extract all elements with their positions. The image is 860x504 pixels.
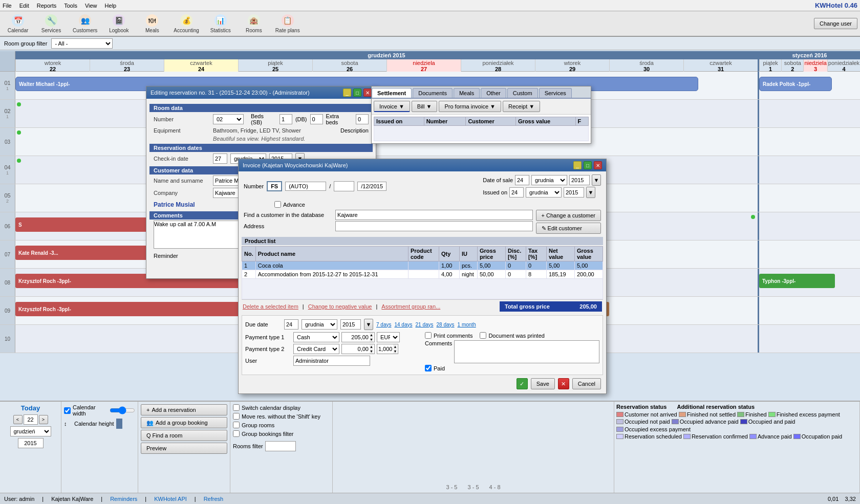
28days-link[interactable]: 28 days — [437, 322, 455, 327]
number-mid-input[interactable] — [334, 181, 354, 191]
address-input[interactable] — [335, 221, 533, 231]
add-reservation-button[interactable]: + Add a reservation — [141, 404, 227, 415]
invoice-close-btn[interactable]: ✕ — [594, 161, 602, 169]
group-rooms-checkbox[interactable] — [233, 422, 240, 428]
db-input[interactable] — [310, 114, 323, 124]
day-prev-btn[interactable]: < — [13, 415, 23, 424]
res-s-06[interactable]: S — [15, 217, 149, 232]
proforma-type-btn[interactable]: Pro forma invoice ▼ — [439, 101, 501, 112]
menu-help[interactable]: Help — [105, 3, 117, 9]
menu-edit[interactable]: Edit — [19, 3, 29, 9]
advance-checkbox[interactable] — [274, 201, 281, 208]
tab-other[interactable]: Other — [481, 88, 506, 98]
res-minimize-btn[interactable]: _ — [343, 89, 351, 97]
res-maximize-btn[interactable]: □ — [353, 89, 361, 97]
date-day-input[interactable] — [515, 175, 529, 185]
payment2-select[interactable]: Credit Card — [293, 344, 339, 354]
user-input[interactable] — [293, 356, 370, 366]
rooms-filter-input[interactable] — [265, 441, 296, 451]
1month-link[interactable]: 1 month — [458, 322, 476, 327]
menu-file[interactable]: File — [3, 3, 12, 9]
status-reminders[interactable]: Reminders — [110, 496, 137, 502]
status-refresh[interactable]: Refresh — [204, 496, 224, 502]
print-comments-checkbox[interactable] — [425, 332, 432, 339]
invoice-cancel-btn[interactable]: Cancel — [572, 378, 601, 389]
day-input[interactable] — [24, 414, 38, 425]
payment1-down-btn[interactable]: ▼ — [370, 337, 373, 342]
toolbar-rooms[interactable]: 🏨 Rooms — [239, 12, 269, 35]
toolbar-logbook[interactable]: 📓 Logbook — [103, 12, 134, 35]
toolbar-meals[interactable]: 🍽 Meals — [137, 12, 167, 35]
toolbar-accounting[interactable]: 💰 Accounting — [170, 12, 202, 35]
res-radek[interactable]: Radek Poltok -1ppl- — [759, 77, 832, 91]
move-res-checkbox[interactable] — [233, 413, 240, 420]
res-close-btn[interactable]: ✕ — [363, 89, 372, 97]
due-year-input[interactable] — [340, 319, 361, 330]
toolbar-services[interactable]: 🔧 Services — [36, 12, 67, 35]
14days-link[interactable]: 14 days — [394, 322, 412, 327]
payment2-rate-down-btn[interactable]: ▼ — [393, 349, 397, 354]
tab-settlement[interactable]: Settlement — [372, 88, 412, 98]
edit-customer-button[interactable]: ✎ Edit customer — [536, 223, 601, 234]
cal-width-checkbox[interactable] — [64, 407, 71, 414]
paid-checkbox[interactable] — [425, 365, 432, 371]
invoice-maximize-btn[interactable]: □ — [584, 161, 592, 169]
invoice-ok-btn[interactable]: ✓ — [517, 378, 528, 389]
receipt-type-btn[interactable]: Receipt ▼ — [503, 101, 540, 112]
toolbar-rateplans[interactable]: 📋 Rate plans — [272, 12, 304, 35]
payment2-rate-up-btn[interactable]: ▲ — [393, 344, 397, 349]
room-number-select[interactable]: 02 — [213, 114, 244, 124]
tab-custom[interactable]: Custom — [507, 88, 538, 98]
due-cal-btn[interactable]: ▼ — [364, 319, 373, 330]
issued-day-input[interactable] — [509, 187, 524, 198]
status-api[interactable]: KWHotel API — [154, 496, 187, 502]
product-row-2[interactable]: 2 Accommodation from 2015-12-27 to 2015-… — [242, 270, 603, 279]
menu-reports[interactable]: Reports — [37, 3, 57, 9]
res-typhon[interactable]: Typhon -3ppl- — [759, 274, 835, 288]
add-group-button[interactable]: 👥 Add a group booking — [141, 417, 227, 428]
payment1-up-btn[interactable]: ▲ — [370, 333, 373, 337]
date-month-select[interactable]: grudnia — [531, 175, 567, 185]
change-customer-button[interactable]: + Change a customer — [536, 210, 601, 221]
due-month-select[interactable]: grudnia — [302, 319, 337, 330]
preview-button[interactable]: Preview — [141, 443, 227, 454]
invoice-save-btn[interactable]: Save — [531, 378, 555, 389]
7days-link[interactable]: 7 days — [376, 322, 391, 327]
payment1-currency-select[interactable]: EUR — [377, 332, 400, 342]
21days-link[interactable]: 21 days — [416, 322, 434, 327]
delete-item-link[interactable]: Delete a selected item — [243, 303, 298, 310]
year-input[interactable] — [18, 438, 44, 448]
find-room-button[interactable]: Q Find a room — [141, 430, 227, 441]
day-next-btn[interactable]: > — [39, 415, 48, 424]
date-year-input[interactable] — [569, 175, 590, 185]
month-select[interactable]: grudzień — [10, 426, 51, 436]
change-user-button[interactable]: Change user — [814, 18, 857, 29]
tab-meals[interactable]: Meals — [454, 88, 480, 98]
date-cal-btn[interactable]: ▼ — [592, 174, 601, 186]
cal-height-slider[interactable] — [116, 419, 122, 429]
change-negative-link[interactable]: Change to negative value — [308, 303, 372, 310]
group-bookings-checkbox[interactable] — [233, 430, 240, 437]
invoice-comments-textarea[interactable] — [454, 340, 599, 363]
menu-tools[interactable]: Tools — [64, 3, 77, 9]
due-day-input[interactable] — [284, 319, 298, 330]
bill-type-btn[interactable]: Bill ▼ — [412, 101, 438, 112]
payment1-select[interactable]: Cash — [293, 332, 339, 342]
switch-display-checkbox[interactable] — [233, 404, 240, 411]
issued-month-select[interactable]: grudnia — [526, 187, 562, 198]
toolbar-customers[interactable]: 👥 Customers — [69, 12, 101, 35]
room-group-filter[interactable]: - All - — [51, 38, 113, 49]
tab-documents[interactable]: Documents — [413, 88, 453, 98]
payment2-down-btn[interactable]: ▼ — [370, 349, 373, 354]
extra-beds-input[interactable] — [356, 114, 369, 124]
menu-view[interactable]: View — [85, 3, 97, 9]
invoice-type-btn[interactable]: Invoice ▼ — [374, 101, 410, 112]
invoice-minimize-btn[interactable]: _ — [573, 161, 582, 169]
checkin-day-input[interactable] — [213, 154, 227, 164]
cal-width-slider[interactable] — [110, 406, 135, 414]
assortment-link[interactable]: Assortment group ran... — [381, 303, 440, 310]
issued-year-input[interactable] — [564, 187, 584, 198]
tab-services[interactable]: Services — [539, 88, 572, 98]
beds-sb-input[interactable] — [280, 114, 292, 124]
product-row-1[interactable]: 1 Coca cola 1,00 pcs. 5,00 0 0 5,00 5,00 — [242, 261, 603, 270]
